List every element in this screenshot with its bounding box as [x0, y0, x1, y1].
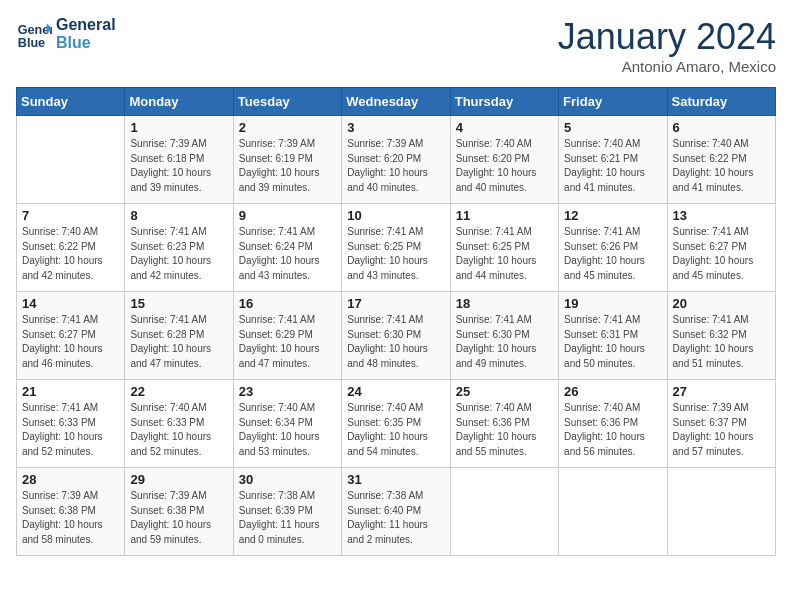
day-number: 6 — [673, 120, 770, 135]
day-cell: 1Sunrise: 7:39 AM Sunset: 6:18 PM Daylig… — [125, 116, 233, 204]
day-number: 29 — [130, 472, 227, 487]
calendar-header-row: SundayMondayTuesdayWednesdayThursdayFrid… — [17, 88, 776, 116]
day-cell: 14Sunrise: 7:41 AM Sunset: 6:27 PM Dayli… — [17, 292, 125, 380]
col-header-monday: Monday — [125, 88, 233, 116]
day-number: 12 — [564, 208, 661, 223]
day-number: 1 — [130, 120, 227, 135]
week-row-2: 7Sunrise: 7:40 AM Sunset: 6:22 PM Daylig… — [17, 204, 776, 292]
day-info: Sunrise: 7:41 AM Sunset: 6:32 PM Dayligh… — [673, 313, 770, 371]
day-cell: 18Sunrise: 7:41 AM Sunset: 6:30 PM Dayli… — [450, 292, 558, 380]
logo-blue: Blue — [56, 34, 116, 52]
day-number: 22 — [130, 384, 227, 399]
col-header-wednesday: Wednesday — [342, 88, 450, 116]
day-number: 13 — [673, 208, 770, 223]
col-header-friday: Friday — [559, 88, 667, 116]
day-cell: 31Sunrise: 7:38 AM Sunset: 6:40 PM Dayli… — [342, 468, 450, 556]
day-info: Sunrise: 7:40 AM Sunset: 6:21 PM Dayligh… — [564, 137, 661, 195]
day-cell: 24Sunrise: 7:40 AM Sunset: 6:35 PM Dayli… — [342, 380, 450, 468]
title-block: January 2024 Antonio Amaro, Mexico — [558, 16, 776, 75]
day-number: 7 — [22, 208, 119, 223]
day-number: 15 — [130, 296, 227, 311]
day-number: 23 — [239, 384, 336, 399]
col-header-saturday: Saturday — [667, 88, 775, 116]
day-number: 11 — [456, 208, 553, 223]
day-cell: 10Sunrise: 7:41 AM Sunset: 6:25 PM Dayli… — [342, 204, 450, 292]
day-number: 30 — [239, 472, 336, 487]
day-info: Sunrise: 7:40 AM Sunset: 6:36 PM Dayligh… — [456, 401, 553, 459]
day-info: Sunrise: 7:40 AM Sunset: 6:35 PM Dayligh… — [347, 401, 444, 459]
day-number: 18 — [456, 296, 553, 311]
day-info: Sunrise: 7:41 AM Sunset: 6:23 PM Dayligh… — [130, 225, 227, 283]
day-number: 10 — [347, 208, 444, 223]
day-info: Sunrise: 7:39 AM Sunset: 6:38 PM Dayligh… — [130, 489, 227, 547]
day-cell — [559, 468, 667, 556]
day-number: 4 — [456, 120, 553, 135]
day-cell: 20Sunrise: 7:41 AM Sunset: 6:32 PM Dayli… — [667, 292, 775, 380]
day-cell: 8Sunrise: 7:41 AM Sunset: 6:23 PM Daylig… — [125, 204, 233, 292]
day-number: 26 — [564, 384, 661, 399]
week-row-5: 28Sunrise: 7:39 AM Sunset: 6:38 PM Dayli… — [17, 468, 776, 556]
day-info: Sunrise: 7:41 AM Sunset: 6:33 PM Dayligh… — [22, 401, 119, 459]
col-header-sunday: Sunday — [17, 88, 125, 116]
day-number: 9 — [239, 208, 336, 223]
day-cell: 12Sunrise: 7:41 AM Sunset: 6:26 PM Dayli… — [559, 204, 667, 292]
day-info: Sunrise: 7:40 AM Sunset: 6:22 PM Dayligh… — [22, 225, 119, 283]
day-number: 24 — [347, 384, 444, 399]
day-cell: 4Sunrise: 7:40 AM Sunset: 6:20 PM Daylig… — [450, 116, 558, 204]
day-cell: 30Sunrise: 7:38 AM Sunset: 6:39 PM Dayli… — [233, 468, 341, 556]
day-cell — [667, 468, 775, 556]
day-info: Sunrise: 7:40 AM Sunset: 6:22 PM Dayligh… — [673, 137, 770, 195]
day-info: Sunrise: 7:41 AM Sunset: 6:31 PM Dayligh… — [564, 313, 661, 371]
day-info: Sunrise: 7:39 AM Sunset: 6:38 PM Dayligh… — [22, 489, 119, 547]
week-row-4: 21Sunrise: 7:41 AM Sunset: 6:33 PM Dayli… — [17, 380, 776, 468]
day-cell: 5Sunrise: 7:40 AM Sunset: 6:21 PM Daylig… — [559, 116, 667, 204]
col-header-thursday: Thursday — [450, 88, 558, 116]
day-cell: 3Sunrise: 7:39 AM Sunset: 6:20 PM Daylig… — [342, 116, 450, 204]
day-info: Sunrise: 7:41 AM Sunset: 6:27 PM Dayligh… — [22, 313, 119, 371]
day-number: 31 — [347, 472, 444, 487]
day-number: 27 — [673, 384, 770, 399]
day-number: 3 — [347, 120, 444, 135]
logo: General Blue General Blue — [16, 16, 116, 52]
page-header: General Blue General Blue January 2024 A… — [16, 16, 776, 75]
day-number: 28 — [22, 472, 119, 487]
day-info: Sunrise: 7:41 AM Sunset: 6:28 PM Dayligh… — [130, 313, 227, 371]
day-number: 5 — [564, 120, 661, 135]
day-info: Sunrise: 7:39 AM Sunset: 6:19 PM Dayligh… — [239, 137, 336, 195]
day-number: 20 — [673, 296, 770, 311]
day-info: Sunrise: 7:41 AM Sunset: 6:24 PM Dayligh… — [239, 225, 336, 283]
day-number: 17 — [347, 296, 444, 311]
day-cell: 13Sunrise: 7:41 AM Sunset: 6:27 PM Dayli… — [667, 204, 775, 292]
svg-text:Blue: Blue — [18, 36, 45, 50]
day-number: 8 — [130, 208, 227, 223]
day-info: Sunrise: 7:41 AM Sunset: 6:27 PM Dayligh… — [673, 225, 770, 283]
day-info: Sunrise: 7:39 AM Sunset: 6:18 PM Dayligh… — [130, 137, 227, 195]
calendar-table: SundayMondayTuesdayWednesdayThursdayFrid… — [16, 87, 776, 556]
week-row-1: 1Sunrise: 7:39 AM Sunset: 6:18 PM Daylig… — [17, 116, 776, 204]
day-cell: 11Sunrise: 7:41 AM Sunset: 6:25 PM Dayli… — [450, 204, 558, 292]
day-info: Sunrise: 7:38 AM Sunset: 6:39 PM Dayligh… — [239, 489, 336, 547]
day-cell: 29Sunrise: 7:39 AM Sunset: 6:38 PM Dayli… — [125, 468, 233, 556]
day-cell: 7Sunrise: 7:40 AM Sunset: 6:22 PM Daylig… — [17, 204, 125, 292]
day-cell: 15Sunrise: 7:41 AM Sunset: 6:28 PM Dayli… — [125, 292, 233, 380]
logo-icon: General Blue — [16, 16, 52, 52]
day-info: Sunrise: 7:41 AM Sunset: 6:29 PM Dayligh… — [239, 313, 336, 371]
week-row-3: 14Sunrise: 7:41 AM Sunset: 6:27 PM Dayli… — [17, 292, 776, 380]
day-cell — [17, 116, 125, 204]
day-cell: 25Sunrise: 7:40 AM Sunset: 6:36 PM Dayli… — [450, 380, 558, 468]
day-info: Sunrise: 7:40 AM Sunset: 6:36 PM Dayligh… — [564, 401, 661, 459]
day-info: Sunrise: 7:41 AM Sunset: 6:25 PM Dayligh… — [347, 225, 444, 283]
day-number: 16 — [239, 296, 336, 311]
day-cell: 16Sunrise: 7:41 AM Sunset: 6:29 PM Dayli… — [233, 292, 341, 380]
day-number: 14 — [22, 296, 119, 311]
day-cell: 22Sunrise: 7:40 AM Sunset: 6:33 PM Dayli… — [125, 380, 233, 468]
day-cell: 28Sunrise: 7:39 AM Sunset: 6:38 PM Dayli… — [17, 468, 125, 556]
day-info: Sunrise: 7:41 AM Sunset: 6:25 PM Dayligh… — [456, 225, 553, 283]
location-subtitle: Antonio Amaro, Mexico — [558, 58, 776, 75]
day-info: Sunrise: 7:40 AM Sunset: 6:20 PM Dayligh… — [456, 137, 553, 195]
logo-general: General — [56, 16, 116, 34]
day-number: 21 — [22, 384, 119, 399]
day-info: Sunrise: 7:40 AM Sunset: 6:34 PM Dayligh… — [239, 401, 336, 459]
day-number: 25 — [456, 384, 553, 399]
day-info: Sunrise: 7:41 AM Sunset: 6:30 PM Dayligh… — [456, 313, 553, 371]
